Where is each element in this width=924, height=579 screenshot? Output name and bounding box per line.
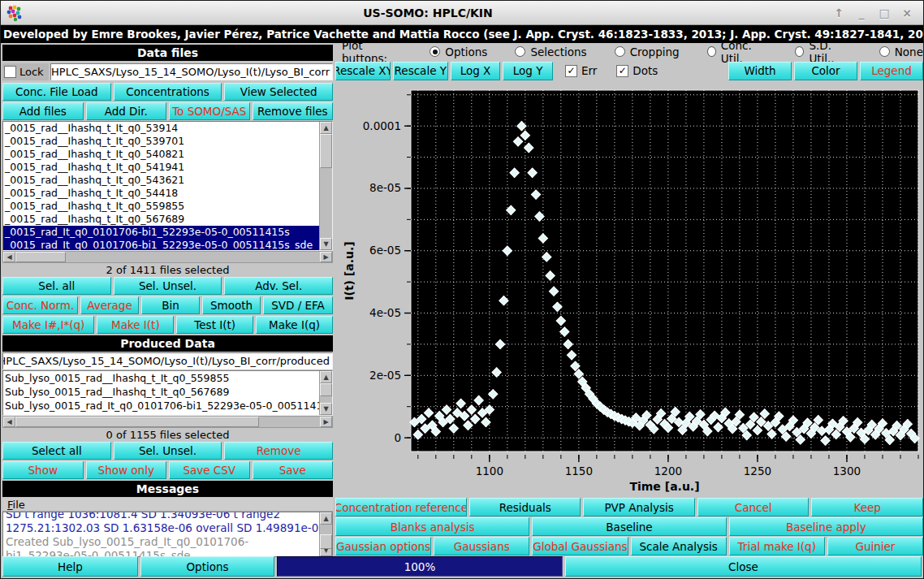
legend-button[interactable]: Legend: [860, 62, 923, 80]
trial-make-i-q-button[interactable]: Trial make I(q): [729, 537, 825, 555]
save-csv-button[interactable]: Save CSV: [169, 461, 250, 479]
scroll-track[interactable]: [320, 134, 332, 238]
scroll-right-icon[interactable]: ▶: [320, 252, 332, 262]
scroll-track[interactable]: [320, 383, 332, 403]
close-button[interactable]: ×: [900, 6, 913, 19]
shade-button[interactable]: ↑: [832, 6, 845, 19]
sel-unsel-button[interactable]: Sel. Unsel.: [114, 277, 222, 295]
intensity-time-plot[interactable]: 1100115012001250130002e-054e-056e-058e-0…: [335, 80, 923, 497]
data-files-vscrollbar[interactable]: ▲ ▼: [319, 122, 332, 250]
baseline-apply-button[interactable]: Baseline apply: [729, 517, 923, 536]
gaussians-button[interactable]: Gaussians: [434, 537, 529, 555]
lock-checkbox[interactable]: [4, 66, 16, 78]
scroll-thumb[interactable]: [15, 417, 259, 427]
list-item[interactable]: _0015_rad__Ihashq_t_It_q0_543621: [3, 174, 319, 187]
scroll-thumb[interactable]: [320, 534, 332, 549]
select-all-button[interactable]: Select all: [2, 442, 111, 460]
show-button[interactable]: Show: [2, 461, 84, 479]
cancel-button[interactable]: Cancel: [697, 498, 810, 516]
scroll-up-icon[interactable]: ▲: [320, 371, 332, 383]
guinier-button[interactable]: Guinier: [827, 537, 923, 555]
keep-button[interactable]: Keep: [811, 498, 923, 516]
scroll-left-icon[interactable]: ◀: [3, 417, 15, 427]
average-button[interactable]: Average: [80, 296, 139, 314]
scroll-right-icon[interactable]: ▶: [320, 417, 332, 427]
smooth-button[interactable]: Smooth: [202, 296, 261, 314]
radio-circle-icon[interactable]: [795, 46, 804, 57]
baseline-button[interactable]: Baseline: [532, 517, 726, 536]
scale-analysis-button[interactable]: Scale Analysis: [631, 537, 727, 555]
radio-circle-icon[interactable]: [430, 46, 440, 57]
adv-sel-button[interactable]: Adv. Sel.: [224, 277, 333, 295]
list-item[interactable]: _0015_rad__Ihashq_t_It_q0_559855: [3, 200, 319, 213]
scroll-track[interactable]: [15, 252, 320, 262]
list-item[interactable]: _0015_rad_It_q0_0101706-bi1_52293e-05-0_…: [3, 239, 319, 250]
messages-vscrollbar[interactable]: ▲ ▼: [319, 512, 332, 556]
radio-circle-icon[interactable]: [707, 46, 716, 57]
produced-vscrollbar[interactable]: ▲ ▼: [319, 371, 332, 415]
produced-data-path-field[interactable]: can/HPLC_SAXS/Lyso_15_14_SOMO/Lyso_I(t)/…: [2, 352, 333, 369]
produced-hscrollbar[interactable]: ◀ ▶: [2, 416, 333, 428]
close-button[interactable]: Close: [565, 556, 922, 577]
sel-all-button[interactable]: Sel. all: [2, 277, 111, 295]
blanks-analysis-button[interactable]: Blanks analysis: [335, 517, 529, 536]
color-button[interactable]: Color: [794, 62, 857, 80]
options-button[interactable]: Options: [140, 556, 274, 577]
list-item[interactable]: _0015_rad_It_q0_0101706-bi1_52293e-05-0_…: [3, 226, 319, 239]
scroll-up-icon[interactable]: ▲: [320, 122, 332, 134]
lock-control[interactable]: Lock: [2, 63, 49, 80]
title-bar[interactable]: US-SOMO: HPLC/KIN ↑_□×: [1, 1, 923, 25]
radio-selections[interactable]: Selections: [515, 45, 586, 58]
file-menu[interactable]: File: [2, 499, 30, 511]
scroll-thumb[interactable]: [320, 134, 332, 168]
rescale-xy-button[interactable]: Rescale XY: [335, 62, 391, 80]
svd-efa-button[interactable]: SVD / EFA: [263, 296, 333, 314]
remove-files-button[interactable]: Remove files: [253, 102, 334, 120]
scroll-down-icon[interactable]: ▼: [320, 403, 332, 415]
list-item[interactable]: Sub_lyso_0015_rad_It_q0_0101706-bi1_5229…: [3, 399, 319, 413]
residuals-button[interactable]: Residuals: [469, 498, 581, 516]
log-x-button[interactable]: Log X: [451, 62, 501, 80]
log-y-button[interactable]: Log Y: [503, 62, 553, 80]
concentration-reference-button[interactable]: Concentration reference: [335, 498, 467, 516]
add-files-button[interactable]: Add files: [2, 102, 84, 120]
list-item[interactable]: _0015_rad__Ihashq_t_It_q0_54418: [3, 187, 319, 200]
scroll-up-icon[interactable]: ▲: [320, 512, 332, 525]
data-files-hscrollbar[interactable]: ◀ ▶: [2, 251, 333, 263]
check-icon[interactable]: ✓: [565, 65, 577, 77]
scroll-track[interactable]: [15, 417, 320, 427]
list-item[interactable]: Sub_lyso_0015_rad__Ihashq_t_It_q0_567689: [3, 385, 319, 399]
plot-canvas[interactable]: [411, 90, 918, 452]
radio-options[interactable]: Options: [430, 45, 487, 58]
list-item[interactable]: Sub_lyso_0015_rad__Ihashq_t_It_q0_559855: [3, 371, 319, 385]
test-i-t-button[interactable]: Test I(t): [176, 316, 253, 334]
list-item[interactable]: _0015_rad__Ihashq_t_It_q0_539701: [3, 135, 319, 148]
scroll-thumb[interactable]: [320, 383, 332, 396]
save-button[interactable]: Save: [253, 461, 334, 479]
remove-button[interactable]: Remove: [224, 442, 333, 460]
conc-norm-button[interactable]: Conc. Norm.: [2, 296, 78, 314]
radio-circle-icon[interactable]: [515, 46, 525, 57]
scroll-thumb[interactable]: [15, 252, 66, 262]
checkbox-dots[interactable]: ✓Dots: [616, 64, 658, 77]
show-only-button[interactable]: Show only: [86, 461, 167, 479]
sel-unsel-button[interactable]: Sel. Unsel.: [114, 442, 222, 460]
list-item[interactable]: _0015_rad__Ihashq_t_It_q0_567689: [3, 213, 319, 226]
make-i-t-button[interactable]: Make I(t): [97, 316, 174, 334]
rescale-y-button[interactable]: Rescale Y: [393, 62, 448, 80]
make-i-q-button[interactable]: Make I(q): [256, 316, 333, 334]
radio-circle-icon[interactable]: [879, 46, 890, 57]
scroll-down-icon[interactable]: ▼: [320, 238, 332, 250]
maximize-button[interactable]: □: [878, 6, 891, 19]
view-selected-button[interactable]: View Selected: [224, 83, 333, 101]
radio-cropping[interactable]: Cropping: [615, 45, 680, 58]
global-gaussians-button[interactable]: Global Gaussians: [532, 537, 628, 555]
to-somo-sas-button[interactable]: To SOMO/SAS: [169, 102, 250, 120]
concentrations-button[interactable]: Concentrations: [114, 83, 222, 101]
radio-none[interactable]: None: [879, 45, 923, 58]
list-item[interactable]: _0015_rad__Ihashq_t_It_q0_541941: [3, 161, 319, 174]
help-button[interactable]: Help: [2, 556, 138, 577]
scroll-track[interactable]: [320, 525, 332, 544]
width-button[interactable]: Width: [728, 62, 792, 80]
gaussian-options-button[interactable]: Gaussian options: [335, 537, 431, 555]
